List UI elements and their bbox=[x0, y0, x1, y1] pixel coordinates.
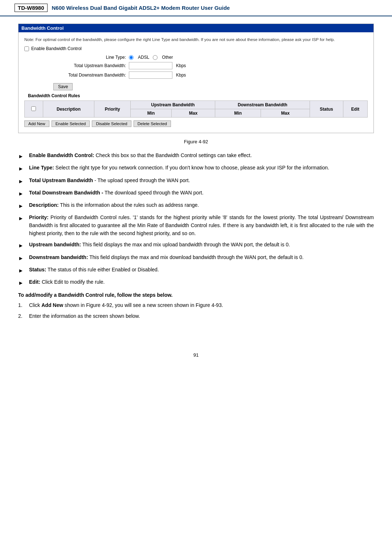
disable-selected-button[interactable]: Disable Selected bbox=[92, 120, 131, 127]
bandwidth-control-box: Bandwidth Control Note: For optimal cont… bbox=[18, 24, 374, 133]
rules-table: Description Priority Upstream Bandwidth … bbox=[24, 100, 368, 118]
upstream-unit: Kbps bbox=[176, 63, 186, 68]
model-label: TD-W8980 bbox=[15, 4, 48, 12]
bullet-item: ► Total Downstream Bandwidth - The downl… bbox=[18, 189, 374, 198]
bullet-item: ► Upstream bandwidth: This field display… bbox=[18, 241, 374, 250]
num-index-0: 1. bbox=[18, 301, 29, 309]
bullet-item: ► Enable Bandwidth Control: Check this b… bbox=[18, 152, 374, 160]
select-all-checkbox[interactable] bbox=[31, 106, 36, 111]
bullet-text-0: Enable Bandwidth Control: Check this box… bbox=[29, 152, 374, 160]
col-checkbox bbox=[25, 101, 43, 118]
numbered-section: To add/modify a Bandwidth Control rule, … bbox=[18, 292, 374, 320]
bullet-item: ► Edit: Click Edit to modify the rule. bbox=[18, 278, 374, 287]
bullet-text-5: Priority: Priority of Bandwidth Control … bbox=[29, 214, 374, 237]
line-type-row: Line Type: ADSL Other bbox=[24, 55, 368, 60]
enable-row: Enable Bandwidth Control bbox=[24, 46, 368, 51]
upstream-min: Min bbox=[131, 109, 171, 118]
bullet-item: ► Line Type: Select the right type for y… bbox=[18, 164, 374, 173]
rules-title: Bandwidth Control Rules bbox=[28, 93, 368, 98]
col-upstream-header: Upstream Bandwidth bbox=[131, 101, 215, 109]
col-priority: Priority bbox=[94, 101, 131, 118]
bullet-arrow-8: ► bbox=[18, 266, 25, 275]
table-actions: Add New Enable Selected Disable Selected… bbox=[24, 120, 368, 127]
delete-selected-button[interactable]: Delete Selected bbox=[134, 120, 171, 127]
adsl-label: ADSL bbox=[138, 55, 149, 60]
bullet-item: ► Priority: Priority of Bandwidth Contro… bbox=[18, 214, 374, 237]
bullet-arrow-6: ► bbox=[18, 241, 25, 250]
num-index-1: 2. bbox=[18, 312, 29, 320]
bullet-arrow-3: ► bbox=[18, 189, 25, 198]
enable-checkbox[interactable] bbox=[24, 46, 29, 51]
numbered-item: 2. Enter the information as the screen s… bbox=[18, 312, 374, 320]
num-text-0: Click Add New shown in Figure 4-92, you … bbox=[29, 301, 374, 309]
bullet-item: ► Status: The status of this rule either… bbox=[18, 266, 374, 275]
downstream-max: Max bbox=[261, 109, 310, 118]
save-button[interactable]: Save bbox=[53, 83, 73, 90]
downstream-label: Total Downstream Bandwidth: bbox=[53, 73, 126, 78]
downstream-value: Kbps bbox=[129, 71, 186, 79]
col-status: Status bbox=[310, 101, 343, 118]
add-new-button[interactable]: Add New bbox=[24, 120, 49, 127]
note-text: Note: For optimal control of the bandwid… bbox=[24, 37, 368, 42]
numbered-title: To add/modify a Bandwidth Control rule, … bbox=[18, 292, 374, 298]
main-content: Bandwidth Control Note: For optimal cont… bbox=[0, 24, 392, 338]
bullet-arrow-9: ► bbox=[18, 278, 25, 287]
bullet-arrow-2: ► bbox=[18, 177, 25, 185]
downstream-unit: Kbps bbox=[176, 73, 186, 78]
bullet-arrow-0: ► bbox=[18, 152, 25, 160]
box-body: Note: For optimal control of the bandwid… bbox=[19, 32, 373, 133]
adsl-radio[interactable] bbox=[129, 55, 134, 60]
bullet-text-6: Upstream bandwidth: This field displays … bbox=[29, 241, 374, 249]
numbered-item: 1. Click Add New shown in Figure 4-92, y… bbox=[18, 301, 374, 309]
col-edit: Edit bbox=[343, 101, 367, 118]
upstream-label: Total Upstream Bandwidth: bbox=[53, 63, 126, 68]
enable-selected-button[interactable]: Enable Selected bbox=[52, 120, 90, 127]
bullet-arrow-5: ► bbox=[18, 214, 25, 222]
bullet-text-9: Edit: Click Edit to modify the rule. bbox=[29, 278, 374, 286]
bullet-text-8: Status: The status of this rule either E… bbox=[29, 266, 374, 274]
bullet-arrow-1: ► bbox=[18, 164, 25, 173]
num-text-1: Enter the information as the screen show… bbox=[29, 312, 374, 320]
other-radio[interactable] bbox=[153, 55, 158, 60]
bullet-arrow-7: ► bbox=[18, 254, 25, 262]
bullet-text-3: Total Downstream Bandwidth - The downloa… bbox=[29, 189, 374, 197]
bullet-text-2: Total Upstream Bandwidth - The upload sp… bbox=[29, 177, 374, 185]
page-header: TD-W8980 N600 Wireless Dual Band Gigabit… bbox=[0, 0, 392, 16]
page-number: 91 bbox=[0, 352, 392, 358]
bullet-text-1: Line Type: Select the right type for you… bbox=[29, 164, 374, 172]
bullet-item: ► Description: This is the information a… bbox=[18, 201, 374, 210]
bullet-list: ► Enable Bandwidth Control: Check this b… bbox=[18, 152, 374, 287]
upstream-value: Kbps bbox=[129, 62, 186, 69]
bullet-arrow-4: ► bbox=[18, 201, 25, 210]
line-type-options: ADSL Other bbox=[129, 55, 173, 60]
other-label: Other bbox=[162, 55, 173, 60]
numbered-list: 1. Click Add New shown in Figure 4-92, y… bbox=[18, 301, 374, 320]
col-downstream-header: Downstream Bandwidth bbox=[215, 101, 310, 109]
upstream-input[interactable] bbox=[129, 62, 172, 69]
bullet-item: ► Total Upstream Bandwidth - The upload … bbox=[18, 177, 374, 185]
bullet-text-7: Downstream bandwidth: This field display… bbox=[29, 254, 374, 262]
downstream-row: Total Downstream Bandwidth: Kbps bbox=[24, 71, 368, 79]
col-description: Description bbox=[43, 101, 94, 118]
header-title: N600 Wireless Dual Band Gigabit ADSL2+ M… bbox=[52, 5, 230, 11]
bullet-item: ► Downstream bandwidth: This field displ… bbox=[18, 254, 374, 262]
downstream-min: Min bbox=[215, 109, 261, 118]
line-type-label: Line Type: bbox=[53, 55, 126, 60]
box-title: Bandwidth Control bbox=[19, 24, 373, 32]
upstream-max: Max bbox=[171, 109, 215, 118]
enable-label: Enable Bandwidth Control bbox=[31, 46, 82, 51]
downstream-input[interactable] bbox=[129, 71, 172, 79]
bullet-text-4: Description: This is the information abo… bbox=[29, 201, 374, 209]
figure-caption: Figure 4-92 bbox=[18, 139, 374, 144]
upstream-row: Total Upstream Bandwidth: Kbps bbox=[24, 62, 368, 69]
